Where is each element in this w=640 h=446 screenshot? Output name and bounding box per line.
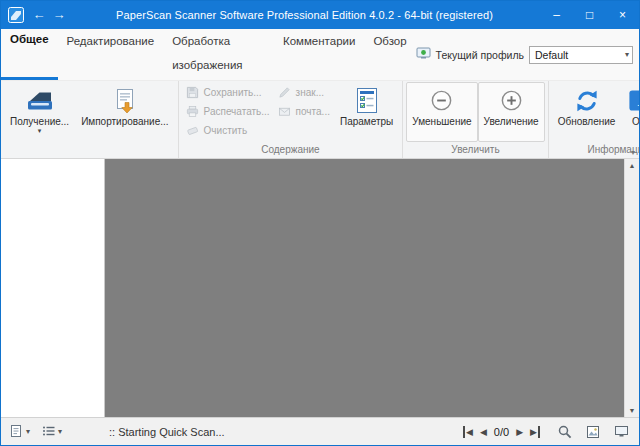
chevron-down-icon: ▾ bbox=[38, 127, 42, 135]
checklist-icon bbox=[354, 87, 380, 114]
tab-view[interactable]: Обзор bbox=[364, 29, 415, 80]
ribbon-collapse-button[interactable]: ▾ bbox=[631, 148, 635, 157]
window-title: PaperScan Scanner Software Professional … bbox=[69, 9, 540, 21]
status-message: :: Starting Quick Scan... bbox=[109, 426, 225, 438]
previous-page-button[interactable]: ◀ bbox=[480, 426, 487, 438]
chevron-down-icon: ▾ bbox=[26, 427, 30, 436]
title-bar: ← → PaperScan Scanner Software Professio… bbox=[1, 1, 639, 29]
status-bar: ▾ ▾ :: Starting Quick Scan... ◀ ◀ 0/0 ▶ … bbox=[1, 417, 639, 445]
scroll-up-button[interactable]: ▲ bbox=[629, 162, 636, 169]
about-button[interactable]: i О... bbox=[621, 82, 640, 142]
profile-select-value: Default bbox=[535, 49, 625, 61]
ribbon-group-acquire: Получение... ▾ Импортирование... bbox=[1, 81, 179, 158]
chevron-down-icon: ▾ bbox=[58, 427, 62, 436]
image-page-icon[interactable] bbox=[586, 425, 600, 439]
last-page-button[interactable]: ▶ bbox=[530, 426, 540, 438]
ribbon-tabs: Общее Редактирование Обработка изображен… bbox=[1, 29, 416, 80]
tab-editing[interactable]: Редактирование bbox=[58, 29, 164, 80]
profile-label: Текущий профиль bbox=[436, 49, 524, 61]
first-page-button[interactable]: ◀ bbox=[463, 426, 473, 438]
save-icon bbox=[186, 86, 200, 100]
options-button[interactable]: Параметры bbox=[334, 82, 399, 142]
scanner-icon bbox=[26, 87, 54, 114]
forward-button[interactable]: → bbox=[49, 1, 69, 29]
minus-circle-icon bbox=[429, 87, 454, 114]
ribbon: Получение... ▾ Импортирование... bbox=[1, 81, 639, 159]
page-navigation: ◀ ◀ 0/0 ▶ ▶ bbox=[463, 426, 540, 438]
chevron-down-icon: ▾ bbox=[625, 50, 629, 59]
thumbnail-toolbar: ▾ ▾ bbox=[1, 421, 105, 443]
current-profile-cluster: Текущий профиль Default ▾ bbox=[416, 29, 639, 80]
zoom-out-button[interactable]: Уменьшение bbox=[406, 82, 477, 142]
group-caption-blank bbox=[4, 143, 175, 158]
tab-image-processing[interactable]: Обработка изображения bbox=[163, 29, 274, 80]
import-button[interactable]: Импортирование... bbox=[75, 82, 174, 142]
acquire-button[interactable]: Получение... ▾ bbox=[4, 82, 75, 142]
plus-circle-icon bbox=[499, 87, 524, 114]
ribbon-group-info: Обновление i О... bbox=[549, 81, 640, 158]
maximize-button[interactable]: □ bbox=[573, 1, 606, 29]
group-caption-info: Информация bbox=[552, 143, 640, 158]
tab-comments[interactable]: Комментарии bbox=[274, 29, 364, 80]
eraser-icon bbox=[186, 124, 200, 138]
ribbon-tab-bar: Общее Редактирование Обработка изображен… bbox=[1, 29, 639, 81]
screen-fit-icon[interactable] bbox=[614, 425, 629, 438]
ribbon-group-zoom: Уменьшение Увеличение Увеличить bbox=[403, 81, 548, 158]
back-button[interactable]: ← bbox=[29, 1, 49, 29]
info-icon: i bbox=[627, 87, 640, 114]
monitor-icon bbox=[416, 46, 431, 64]
envelope-icon bbox=[278, 105, 292, 119]
page-indicator: 0/0 bbox=[494, 426, 509, 438]
view-tools bbox=[558, 425, 639, 439]
print-button[interactable]: Распечатать... bbox=[182, 102, 274, 121]
scroll-down-button[interactable]: ▼ bbox=[629, 407, 636, 414]
magnifier-icon[interactable] bbox=[558, 425, 572, 439]
page-thumbnail-icon bbox=[10, 424, 23, 440]
refresh-icon bbox=[574, 87, 600, 114]
pen-icon bbox=[278, 86, 292, 100]
minimize-button[interactable]: – bbox=[540, 1, 573, 29]
view-mode-dropdown[interactable]: ▾ bbox=[38, 422, 66, 442]
next-page-button[interactable]: ▶ bbox=[516, 426, 523, 438]
profile-select[interactable]: Default ▾ bbox=[529, 46, 633, 64]
zoom-in-button[interactable]: Увеличение bbox=[478, 82, 545, 142]
import-document-icon bbox=[113, 87, 137, 114]
group-caption-content: Содержание bbox=[182, 143, 400, 158]
main-content: ▲ ▼ bbox=[1, 159, 639, 417]
window-controls: – □ × bbox=[540, 1, 639, 29]
ribbon-group-content: Сохранить... Распечатать... Очистить bbox=[179, 81, 404, 158]
update-button[interactable]: Обновление bbox=[552, 82, 622, 142]
thumbnail-size-dropdown[interactable]: ▾ bbox=[6, 421, 34, 443]
mail-button[interactable]: почта... bbox=[274, 102, 334, 121]
group-caption-zoom: Увеличить bbox=[406, 143, 544, 158]
list-icon bbox=[42, 425, 55, 439]
app-icon bbox=[8, 7, 24, 23]
document-canvas bbox=[105, 159, 624, 417]
app-window: ← → PaperScan Scanner Software Professio… bbox=[0, 0, 640, 446]
clear-button[interactable]: Очистить bbox=[182, 121, 274, 140]
watermark-button[interactable]: знак... bbox=[274, 83, 334, 102]
tab-general[interactable]: Общее bbox=[1, 29, 58, 80]
vertical-scrollbar[interactable]: ▲ ▼ bbox=[624, 159, 639, 417]
save-button[interactable]: Сохранить... bbox=[182, 83, 274, 102]
thumbnail-panel bbox=[1, 159, 105, 417]
printer-icon bbox=[186, 105, 200, 119]
close-button[interactable]: × bbox=[606, 1, 639, 29]
